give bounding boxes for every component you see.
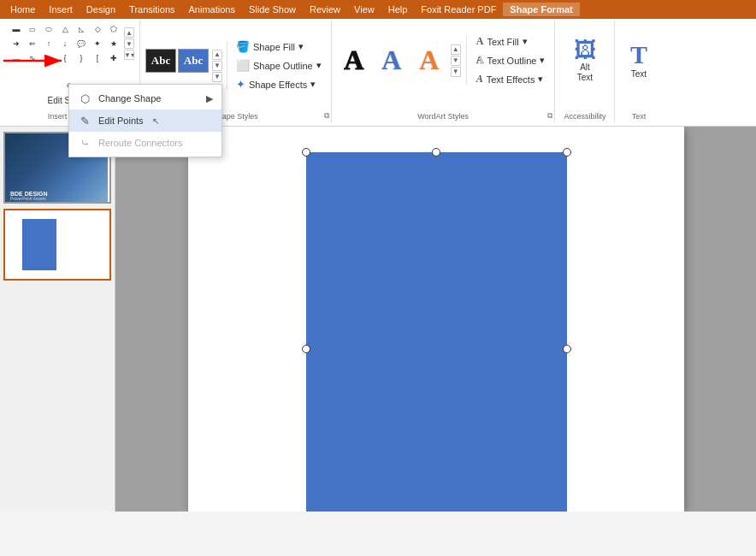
shape-icon-rect[interactable]: ▬ [9,22,24,36]
main-area: 1 BDE DESIGN PowerPoint Assets 2 ↻ [0,127,756,512]
shape-effects-label: Shape Effects [249,80,307,90]
shape-icon-freeform[interactable]: ✏ [41,51,56,65]
shape-fill-button[interactable]: 🪣 Shape Fill ▾ [232,38,326,56]
shape-icon-bracket[interactable]: [ [90,51,105,65]
shape-icon-brace-r[interactable]: } [74,51,89,65]
style-preset-blue[interactable]: Abc [178,49,209,73]
shape-icon-diamond[interactable]: ◇ [90,22,105,36]
wordart-a-blue: A [381,44,401,76]
style-scroll-expand[interactable]: ▼ [212,72,222,82]
text-effects-icon: A [476,73,483,86]
shape-icon-tri[interactable]: △ [57,22,73,36]
text-fill-label: Text Fill [487,37,518,47]
text-outline-label: Text Outline [487,56,536,66]
handle-middle-left[interactable] [302,345,310,353]
menu-review[interactable]: Review [303,3,347,16]
text-effects-arrow: ▾ [538,74,543,85]
accessibility-content: 🖼 AltText [574,22,596,121]
handle-top-left[interactable] [302,148,310,157]
menu-foxit[interactable]: Foxit Reader PDF [414,3,503,16]
shape-icon-star4[interactable]: ✦ [90,37,105,50]
menu-view[interactable]: View [347,3,381,16]
cursor-indicator: ↖ [152,116,159,126]
handle-top-right[interactable] [563,148,571,157]
menu-shape-format[interactable]: Shape Format [503,3,579,16]
text-outline-button[interactable]: A Text Outline ▾ [472,51,550,69]
shape-icon-arr-left[interactable]: ⇐ [25,37,40,50]
dropdown-change-shape[interactable]: ⬡ Change Shape ▶ [69,87,221,109]
accessibility-label: Accessibility [555,110,614,121]
dropdown-reroute: ⤷ Reroute Connectors [69,132,221,154]
scroll-down[interactable]: ▼ [124,38,134,49]
blue-shape[interactable] [306,152,567,512]
scroll-up[interactable]: ▲ [124,27,134,38]
menu-insert[interactable]: Insert [42,3,80,16]
shape-outline-button[interactable]: ⬜ Shape Outline ▾ [232,56,326,74]
wordart-label: WordArt Styles [332,110,555,121]
text-fill-arrow: ▾ [523,36,528,47]
style-scroll-up[interactable]: ▲ [212,50,222,60]
handle-middle-right[interactable] [563,345,571,353]
wordart-letter-orange[interactable]: A [412,39,446,82]
shape-icon-arr-right[interactable]: ➜ [9,37,24,50]
alt-text-button[interactable]: 🖼 AltText [574,38,596,93]
wordart-scroll-down[interactable]: ▼ [451,56,461,66]
slide-2-rect [22,219,56,270]
menu-home[interactable]: Home [3,3,42,16]
text-outline-arrow: ▾ [540,55,545,66]
text-effects-button[interactable]: A Text Effects ▾ [472,70,550,88]
shape-effects-button[interactable]: ✦ Shape Effects ▾ [232,75,326,93]
shape-icon-arr-up[interactable]: ↑ [41,37,56,50]
menu-animations[interactable]: Animations [182,3,242,16]
text-group: T Text Text [615,21,662,122]
text-button[interactable]: T Text [630,42,647,89]
menu-transitions[interactable]: Transitions [122,3,181,16]
shape-icon-round-rect[interactable]: ▭ [25,22,40,36]
change-shape-icon: ⬡ [78,92,92,105]
shape-outline-icon: ⬜ [236,59,250,72]
reroute-label: Reroute Connectors [98,138,182,148]
scroll-expand[interactable]: ▼▾ [124,50,134,60]
shape-icon-oval[interactable]: ⬭ [41,22,56,36]
shape-fill-arrow: ▾ [298,41,304,52]
slide-thumb-2[interactable]: 2 [3,209,111,281]
style-scroll: ▲ ▼ ▼ [212,50,222,82]
wordart-expander[interactable]: ⧉ [547,111,552,121]
shape-icon-penta[interactable]: ⬠ [106,22,121,36]
text-group-content: T Text [630,22,647,121]
wordart-content: A A A ▲ ▼ ▼ A [337,22,550,121]
text-fill-button[interactable]: A Text Fill ▾ [472,33,550,50]
shape-icon-brace-l[interactable]: { [57,51,73,65]
wordart-buttons: A Text Fill ▾ A Text Outline ▾ A Text Ef… [472,33,550,88]
shape-icon-star5[interactable]: ★ [106,37,121,50]
menu-design[interactable]: Design [80,3,122,16]
slide-canvas[interactable]: ↻ [188,127,684,512]
dropdown-edit-points[interactable]: ✎ Edit Points ↖ [69,109,221,132]
menu-help[interactable]: Help [381,3,415,16]
shape-icon-rt-tri[interactable]: ◺ [74,22,89,36]
handle-top-center[interactable] [432,148,440,157]
shape-icon-line[interactable]: — [9,51,24,65]
wordart-letter-black[interactable]: A [337,39,371,82]
menu-bar: Home Insert Design Transitions Animation… [0,0,756,19]
shape-icon-curve[interactable]: ∿ [25,51,40,65]
style-preset-dark[interactable]: Abc [145,49,176,73]
shape-scroll: ▲ ▼ ▼▾ [124,27,134,60]
shape-fill-label: Shape Fill [253,42,295,52]
shape-styles-expander[interactable]: ⧉ [324,111,329,121]
wordart-scroll-up[interactable]: ▲ [451,44,461,55]
wordart-scroll-expand[interactable]: ▼ [451,67,461,77]
wordart-letter-blue[interactable]: A [375,39,409,82]
shape-effects-icon: ✦ [236,78,245,91]
style-scroll-down[interactable]: ▼ [212,61,222,71]
text-fill-icon: A [476,35,484,48]
shape-icon-callout[interactable]: 💬 [74,37,89,50]
change-shape-label: Change Shape [98,93,161,104]
wordart-styles-group: A A A ▲ ▼ ▼ A [332,21,556,122]
shape-icon-arr-down[interactable]: ↓ [57,37,73,50]
shapes-grid-area: ▬ ▭ ⬭ △ ◺ ◇ ⬠ ➜ ⇐ ↑ ↓ 💬 [9,22,134,77]
slide-panel: 1 BDE DESIGN PowerPoint Assets 2 [0,127,115,512]
menu-slideshow[interactable]: Slide Show [242,3,303,16]
shape-icon-plus[interactable]: ✚ [106,51,121,65]
slide-1-subtitle: PowerPoint Assets [10,196,46,201]
